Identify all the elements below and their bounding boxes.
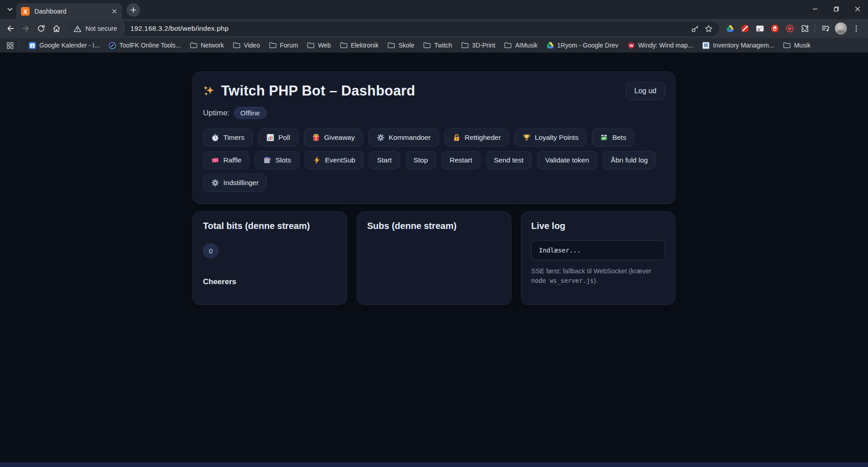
apps-shortcut-button[interactable] [4,39,16,51]
record-extension-button[interactable] [782,21,797,36]
bookmark-page-button[interactable] [702,22,715,35]
profile-avatar[interactable] [834,22,848,36]
folder-icon [461,42,469,48]
nav-button-abn-fuld-log[interactable]: Åbn fuld log [603,151,656,169]
nav-button-loyalty-points[interactable]: Loyalty Points [514,129,587,147]
bookmark-3d-print[interactable]: 3D-Print [457,40,500,50]
google-drive-icon [726,25,734,32]
folder-icon [190,42,198,48]
bookmark-label: Elektronik [351,42,378,49]
bookmark-skole[interactable]: Skole [383,40,419,50]
bookmark-twitch[interactable]: Twitch [419,40,457,50]
svg-text:M: M [704,43,708,48]
sparkles-icon [203,85,215,97]
bookmarks-bar: 6Google Kalender - I...ToolFK Online Too… [0,38,868,52]
bolt-icon [313,156,321,164]
tab-search-button[interactable] [4,2,16,17]
bookmark-elektronik[interactable]: Elektronik [335,40,383,50]
bookmark-video[interactable]: Video [228,40,264,50]
bookmark-label: Twitch [434,42,452,49]
nav-button-timers[interactable]: Timers [203,129,253,147]
bookmark-toolfk-online-tools[interactable]: ToolFK Online Tools... [104,40,185,51]
nav-button-raffle[interactable]: Raffle [203,151,250,169]
tab-close-button[interactable] [110,7,118,15]
nav-button-send-test[interactable]: Send test [486,151,532,169]
forward-icon [21,24,30,33]
nav-button-restart[interactable]: Restart [442,151,481,169]
nav-button-start[interactable]: Start [369,151,400,169]
new-tab-button[interactable] [127,3,140,17]
bookmark-forum[interactable]: Forum [264,40,302,50]
nav-button-kommandoer[interactable]: Kommandoer [368,129,439,147]
minimize-button[interactable] [804,0,826,18]
google-drive-extension-button[interactable] [722,21,737,36]
home-button[interactable] [49,21,64,36]
subs-card: Subs (denne stream) [357,211,511,305]
bookmark-network[interactable]: Network [185,40,228,50]
uptime-status-badge: Offline [234,107,267,119]
nav-button-label: Send test [494,156,524,164]
bookmark-musik[interactable]: Musik [778,40,815,50]
nav-button-bets[interactable]: Bets [592,129,634,147]
folder-icon [783,42,791,48]
live-log-box[interactable]: Indlæser... [531,240,665,260]
screenshot-extension-button[interactable] [752,21,767,36]
star-icon [704,24,713,33]
playlist-icon [821,24,830,33]
nav-button-label: Timers [223,133,245,142]
bookmark-web[interactable]: Web [302,40,335,50]
nav-buttons: TimersPollGiveawayKommandoerRettighederL… [203,129,665,192]
nav-button-stop[interactable]: Stop [406,151,436,169]
live-log-title: Live log [531,221,665,231]
reload-icon [37,24,46,33]
nav-button-validate-token[interactable]: Validate token [537,151,597,169]
bookmark-1ryom-google-drev[interactable]: 1Ryom - Google Drev [542,40,623,50]
folder-icon [387,42,395,48]
back-button[interactable] [3,21,18,36]
ticket-icon [211,156,219,164]
nav-button-label: Validate token [545,156,589,164]
close-window-button[interactable] [847,0,868,18]
avatar-icon [835,22,847,35]
media-controls-button[interactable] [818,21,833,36]
bookmark-windy-wind-map[interactable]: WWindy: Wind map... [623,40,698,51]
url-text: 192.168.3.2/bot/web/index.php [130,24,229,33]
folder-icon [423,42,431,48]
stop-hand-extension-button[interactable] [767,21,782,36]
adblock-extension-button[interactable] [737,21,752,36]
bookmark-aimusik[interactable]: AIMusik [500,40,542,50]
browser-tab-dashboard[interactable]: X Dashboard [16,3,122,19]
reload-button[interactable] [33,21,49,36]
forward-button[interactable] [18,21,33,36]
back-icon [6,24,15,33]
nav-button-poll[interactable]: Poll [258,129,298,147]
security-chip[interactable]: Not secure [67,21,124,36]
bookmark-label: Skole [398,42,414,49]
nav-button-indstillinger[interactable]: Indstillinger [203,174,267,192]
bookmark-inventory-managem[interactable]: MInventory Managem... [698,40,778,51]
nav-button-slots[interactable]: Slots [255,151,299,169]
slot-icon [263,156,271,164]
tab-strip: X Dashboard [0,0,868,19]
bookmark-google-kalender-i[interactable]: 6Google Kalender - I... [24,40,104,51]
windy-icon: W [627,42,635,49]
extensions-menu-button[interactable] [797,21,812,36]
logout-button[interactable]: Log ud [626,82,665,100]
nav-button-label: Restart [450,156,472,164]
money-icon [600,133,608,142]
nav-button-giveaway[interactable]: Giveaway [304,129,363,147]
plus-icon [129,6,137,14]
inventory-icon: M [702,42,710,49]
timer-icon [211,133,219,142]
nav-button-eventsub[interactable]: EventSub [305,151,363,169]
browser-menu-button[interactable] [849,21,863,36]
trophy-icon [523,133,531,142]
restore-button[interactable] [826,0,847,18]
svg-text:X: X [24,8,27,14]
restore-icon [834,6,839,12]
nav-button-label: Raffle [223,156,241,164]
nav-button-rettigheder[interactable]: Rettigheder [444,129,509,147]
address-bar[interactable]: Not secure 192.168.3.2/bot/web/index.php [67,21,719,36]
folder-icon [233,42,241,48]
password-manager-button[interactable] [688,22,702,35]
